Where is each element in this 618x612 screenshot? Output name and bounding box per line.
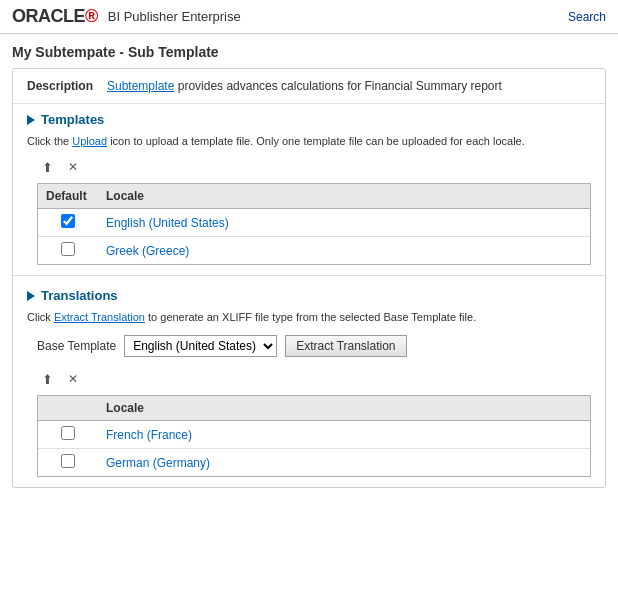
upload-link[interactable]: Upload (72, 135, 107, 147)
trans-checkbox[interactable] (61, 454, 75, 468)
upload-icon[interactable] (37, 157, 57, 177)
translations-delete-icon[interactable] (63, 369, 83, 389)
trans-locale-link[interactable]: German (Germany) (106, 456, 210, 470)
trans-checkbox-cell (38, 449, 98, 477)
templates-section-title: Templates (41, 112, 104, 127)
extract-translation-button[interactable]: Extract Translation (285, 335, 406, 357)
locale-link[interactable]: English (United States) (106, 216, 229, 230)
base-template-select[interactable]: English (United States)Greek (Greece) (124, 335, 277, 357)
translations-upload-icon[interactable] (37, 369, 57, 389)
templates-table-wrapper: Default Locale English (United States)Gr… (37, 183, 591, 265)
header-left: ORACLE® BI Publisher Enterprise (12, 6, 241, 27)
translations-instruction: Click Extract Translation to generate an… (13, 307, 605, 329)
translations-table: Locale French (France)German (Germany) (38, 396, 590, 476)
base-template-label: Base Template (37, 339, 116, 353)
locale-cell: English (United States) (98, 209, 590, 237)
oracle-logo: ORACLE® (12, 6, 98, 27)
table-row: German (Germany) (38, 449, 590, 477)
main-content: Description Subtemplate provides advance… (12, 68, 606, 488)
description-row: Description Subtemplate provides advance… (13, 69, 605, 104)
translations-collapse-icon[interactable] (27, 291, 35, 301)
templates-instruction: Click the Upload icon to upload a templa… (13, 131, 605, 153)
app-title: BI Publisher Enterprise (108, 9, 241, 24)
page-title: My Subtempate - Sub Template (0, 34, 618, 68)
table-row: English (United States) (38, 209, 590, 237)
locale-cell: Greek (Greece) (98, 237, 590, 265)
description-text: Subtemplate provides advances calculatio… (107, 79, 591, 93)
app-header: ORACLE® BI Publisher Enterprise Search (0, 0, 618, 34)
translations-section-header: Translations (13, 280, 605, 307)
default-checkbox[interactable] (61, 242, 75, 256)
default-checkbox-cell (38, 209, 98, 237)
locale-link[interactable]: Greek (Greece) (106, 244, 189, 258)
templates-toolbar (13, 153, 605, 183)
col-header-trans-locale: Locale (98, 396, 590, 421)
col-header-locale: Locale (98, 184, 590, 209)
subtemplate-link[interactable]: Subtemplate (107, 79, 174, 93)
trans-locale-cell: German (Germany) (98, 449, 590, 477)
trans-checkbox[interactable] (61, 426, 75, 440)
collapse-triangle-icon[interactable] (27, 115, 35, 125)
trans-locale-link[interactable]: French (France) (106, 428, 192, 442)
base-template-row: Base Template English (United States)Gre… (13, 329, 605, 365)
search-link[interactable]: Search (568, 10, 606, 24)
default-checkbox[interactable] (61, 214, 75, 228)
table-row: Greek (Greece) (38, 237, 590, 265)
translations-table-wrapper: Locale French (France)German (Germany) (37, 395, 591, 477)
templates-section-header: Templates (13, 104, 605, 131)
translations-section-title: Translations (41, 288, 118, 303)
trans-locale-cell: French (France) (98, 421, 590, 449)
extract-translation-link[interactable]: Extract Translation (54, 311, 145, 323)
templates-table: Default Locale English (United States)Gr… (38, 184, 590, 264)
table-row: French (France) (38, 421, 590, 449)
description-label: Description (27, 79, 107, 93)
col-header-default: Default (38, 184, 98, 209)
translations-toolbar (13, 365, 605, 395)
translations-section: Translations Click Extract Translation t… (13, 275, 605, 477)
trans-checkbox-cell (38, 421, 98, 449)
col-header-check (38, 396, 98, 421)
default-checkbox-cell (38, 237, 98, 265)
delete-icon[interactable] (63, 157, 83, 177)
